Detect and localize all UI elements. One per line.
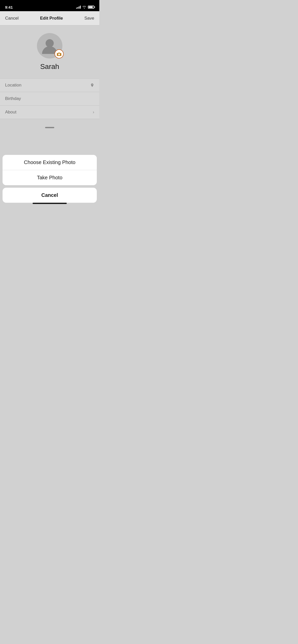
action-sheet: Choose Existing Photo Take Photo Cancel — [0, 155, 99, 215]
svg-point-0 — [46, 39, 54, 47]
action-sheet-cancel-button[interactable]: Cancel — [3, 188, 97, 203]
action-sheet-group: Choose Existing Photo Take Photo — [3, 155, 97, 185]
cancel-button[interactable]: Cancel — [5, 16, 19, 21]
sheet-drag-indicator — [45, 127, 54, 128]
wifi-icon — [82, 6, 86, 9]
form-section: Location Birthday About › — [0, 79, 99, 119]
about-label: About — [5, 110, 16, 115]
birthday-label: Birthday — [5, 96, 21, 101]
birthday-row[interactable]: Birthday — [0, 92, 99, 106]
choose-existing-photo-button[interactable]: Choose Existing Photo — [3, 155, 97, 170]
battery-icon — [88, 6, 94, 9]
save-button[interactable]: Save — [84, 16, 94, 21]
profile-name: Sarah — [40, 63, 59, 71]
home-bar — [33, 203, 67, 204]
camera-button[interactable] — [55, 49, 64, 58]
location-label: Location — [5, 83, 21, 88]
profile-section: Sarah — [0, 25, 99, 79]
signal-icon — [76, 6, 81, 9]
sheet-drag-indicator-area — [0, 127, 99, 128]
avatar-container — [37, 33, 62, 58]
page-title: Edit Profile — [40, 16, 63, 21]
chevron-right-icon: › — [93, 110, 94, 115]
camera-icon — [57, 52, 61, 56]
take-photo-button[interactable]: Take Photo — [3, 170, 97, 185]
status-time: 9:41 — [5, 5, 13, 9]
home-indicator — [3, 203, 97, 206]
status-icons — [76, 6, 94, 9]
nav-bar: Cancel Edit Profile Save — [0, 11, 99, 25]
location-row[interactable]: Location — [0, 79, 99, 92]
location-arrow-icon — [90, 83, 94, 87]
status-bar: 9:41 — [0, 0, 99, 11]
about-row[interactable]: About › — [0, 106, 99, 119]
